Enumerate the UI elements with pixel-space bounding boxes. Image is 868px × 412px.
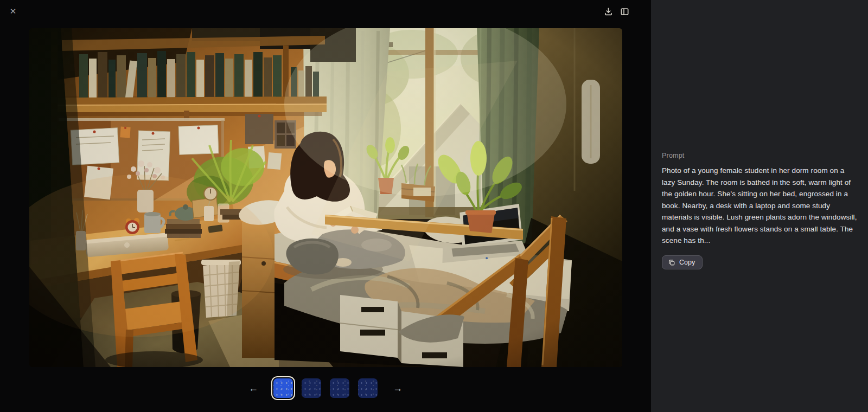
- copy-icon: [668, 259, 675, 266]
- image-detail-view: ✕: [0, 0, 868, 412]
- thumbnail-image: [358, 378, 378, 398]
- side-panel-toggle-button[interactable]: [620, 7, 629, 16]
- generated-image[interactable]: [29, 28, 622, 367]
- image-viewer-pane: ✕: [0, 0, 651, 412]
- copy-button[interactable]: Copy: [662, 255, 703, 269]
- prompt-text: Photo of a young female student in her d…: [662, 165, 857, 247]
- prev-button[interactable]: ←: [243, 380, 264, 396]
- thumbnail[interactable]: [356, 376, 380, 400]
- copy-button-label: Copy: [679, 259, 695, 266]
- thumbnail-image: [273, 378, 293, 398]
- thumbnail-selected[interactable]: [271, 376, 295, 400]
- thumbnail[interactable]: [328, 376, 352, 400]
- close-button[interactable]: ✕: [8, 6, 18, 17]
- thumbnail-image: [302, 378, 321, 398]
- thumbnail[interactable]: [299, 376, 323, 400]
- prompt-sidebar: Prompt Photo of a young female student i…: [651, 0, 868, 412]
- viewer-toolbar: [603, 7, 629, 16]
- next-button[interactable]: →: [387, 380, 408, 396]
- thumbnails: [271, 376, 380, 400]
- download-icon: [604, 7, 613, 16]
- thumbnail-strip: ← →: [0, 374, 651, 402]
- download-button[interactable]: [603, 7, 613, 16]
- thumbnail-image: [330, 378, 349, 398]
- dorm-room-scene: [29, 28, 622, 367]
- prompt-label: Prompt: [662, 152, 857, 159]
- side-panel-icon: [620, 7, 629, 16]
